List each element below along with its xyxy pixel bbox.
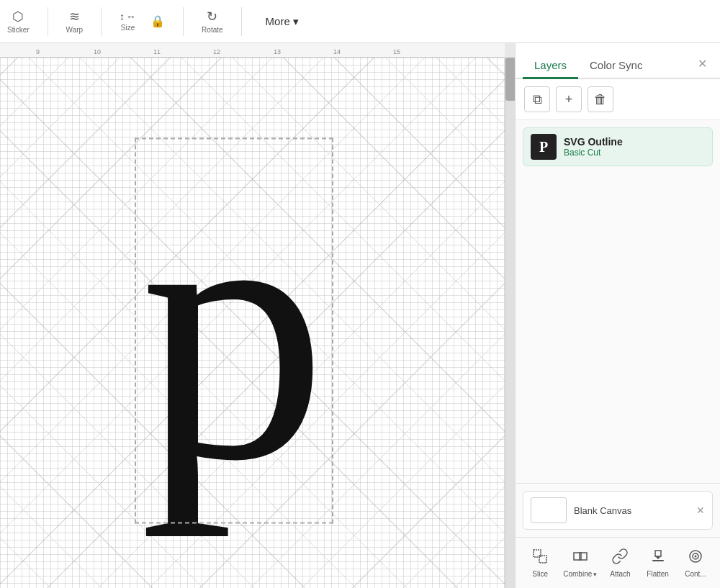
ruler-mark-13: 13 <box>274 48 281 55</box>
flatten-label: Flatten <box>647 570 669 578</box>
size-tool[interactable]: ↕ ↔ Size <box>120 11 136 32</box>
ruler-mark-9: 9 <box>36 48 40 55</box>
warp-tool[interactable]: ≋ Warp <box>66 9 84 34</box>
main-area: 9 10 11 12 13 14 15 p Layers Color Sync … <box>0 43 720 588</box>
lock-icon: 🔒 <box>150 14 165 28</box>
tab-layers[interactable]: Layers <box>523 53 578 79</box>
rotate-tool[interactable]: ↻ Rotate <box>202 9 222 34</box>
ruler-mark-10: 10 <box>94 48 101 55</box>
rotate-label: Rotate <box>202 26 222 34</box>
slice-icon <box>531 548 549 569</box>
sticker-icon: ⬡ <box>12 9 24 24</box>
layer-item-svg[interactable]: P SVG Outline Basic Cut <box>523 127 713 166</box>
contour-icon <box>687 548 704 569</box>
add-layer-button[interactable]: + <box>556 86 582 112</box>
panel-close-icon[interactable]: ✕ <box>692 51 713 76</box>
delete-layer-button[interactable]: 🗑 <box>588 86 613 112</box>
blank-canvas-thumbnail <box>531 497 567 523</box>
attach-button[interactable]: Attach <box>603 543 637 582</box>
sticker-tool[interactable]: ⬡ Sticker <box>7 9 30 34</box>
svg-outline-letter: p <box>140 143 328 517</box>
size-label: Size <box>121 24 135 32</box>
panel-toolbar: ⧉ + 🗑 <box>516 79 720 120</box>
ruler-mark-11: 11 <box>153 48 161 55</box>
more-label: More <box>266 15 290 27</box>
layer-info: SVG Outline Basic Cut <box>564 136 705 158</box>
blank-canvas-label: Blank Canvas <box>574 505 631 516</box>
flatten-icon <box>649 548 667 569</box>
contour-button[interactable]: Cont... <box>678 543 713 582</box>
combine-button[interactable]: Combine ▾ <box>560 543 600 582</box>
svg-point-7 <box>694 556 696 558</box>
separator-2 <box>101 7 102 36</box>
combine-icon <box>572 548 589 569</box>
more-button[interactable]: More ▾ <box>260 12 305 31</box>
canvas-area[interactable]: 9 10 11 12 13 14 15 p <box>0 43 515 588</box>
add-icon: + <box>565 92 573 107</box>
lock-tool[interactable]: 🔒 <box>150 14 165 28</box>
attach-label: Attach <box>610 570 630 578</box>
slice-label: Slice <box>532 570 548 578</box>
top-toolbar: ⬡ Sticker ≋ Warp ↕ ↔ Size 🔒 ↻ Rotate Mor… <box>0 0 720 43</box>
duplicate-icon: ⧉ <box>533 92 542 107</box>
vertical-scrollbar[interactable] <box>505 58 515 588</box>
separator-4 <box>241 7 242 36</box>
contour-label: Cont... <box>685 570 706 578</box>
size-icon: ↕ ↔ <box>120 11 136 22</box>
sticker-label: Sticker <box>7 26 30 34</box>
layers-list: P SVG Outline Basic Cut <box>516 120 720 483</box>
layer-name: SVG Outline <box>564 136 705 148</box>
combine-label: Combine <box>563 570 592 578</box>
more-arrow-icon: ▾ <box>293 15 299 28</box>
rotate-icon: ↻ <box>207 9 217 24</box>
warp-icon: ≋ <box>69 9 80 24</box>
flatten-button[interactable]: Flatten <box>641 543 675 582</box>
scrollbar-thumb[interactable] <box>505 58 515 101</box>
ruler-horizontal: 9 10 11 12 13 14 15 <box>0 43 505 58</box>
blank-canvas-section: Blank Canvas ✕ <box>516 483 720 537</box>
attach-icon <box>611 548 629 569</box>
panel-tabs: Layers Color Sync ✕ <box>516 43 720 79</box>
tab-color-sync[interactable]: Color Sync <box>578 53 654 79</box>
right-panel: Layers Color Sync ✕ ⧉ + 🗑 P SVG Outline <box>515 43 720 588</box>
slice-button[interactable]: Slice <box>523 543 557 582</box>
panel-bottom-actions: Slice Combine ▾ <box>516 537 720 588</box>
separator-3 <box>183 7 184 36</box>
layer-sub: Basic Cut <box>564 148 705 158</box>
layer-icon: P <box>531 134 557 160</box>
svg-rect-4 <box>652 560 664 561</box>
separator-1 <box>48 7 48 36</box>
canvas-grid[interactable]: p <box>0 58 505 588</box>
ruler-mark-14: 14 <box>333 48 341 55</box>
ruler-mark-12: 12 <box>213 48 220 55</box>
duplicate-button[interactable]: ⧉ <box>524 86 550 112</box>
combine-arrow-icon: ▾ <box>593 571 597 578</box>
blank-canvas-close-icon[interactable]: ✕ <box>696 505 705 516</box>
warp-label: Warp <box>66 26 84 34</box>
ruler-mark-15: 15 <box>393 48 400 55</box>
delete-icon: 🗑 <box>594 92 607 107</box>
blank-canvas-item[interactable]: Blank Canvas ✕ <box>523 491 713 530</box>
